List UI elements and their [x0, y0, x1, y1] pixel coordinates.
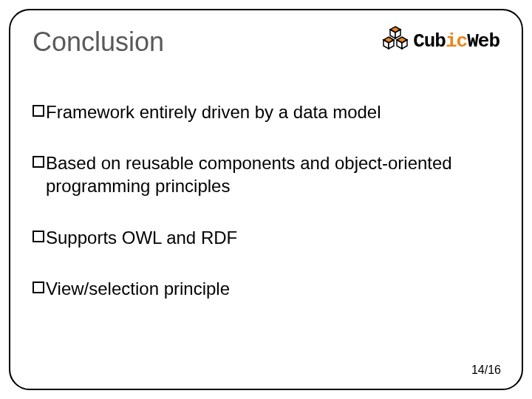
- bullet-text: Framework entirely driven by a data mode…: [46, 100, 499, 123]
- slide-frame: Conclusion: [9, 9, 523, 390]
- brand-name-part1: Cub: [413, 30, 446, 52]
- slide-header: Conclusion: [33, 24, 499, 58]
- slide-body: Framework entirely driven by a data mode…: [33, 100, 499, 300]
- square-bullet-icon: [33, 105, 44, 117]
- brand-name: CubicWeb: [413, 30, 499, 52]
- brand-name-part3: Web: [467, 30, 499, 52]
- cubes-icon: [381, 25, 410, 58]
- list-item: Supports OWL and RDF: [33, 226, 499, 249]
- list-item: Based on reusable components and object-…: [33, 151, 499, 197]
- square-bullet-icon: [33, 231, 44, 242]
- list-item: View/selection principle: [33, 277, 499, 300]
- page-number: 14/16: [471, 364, 501, 377]
- brand-logo: CubicWeb: [381, 25, 499, 58]
- list-item: Framework entirely driven by a data mode…: [33, 100, 499, 123]
- slide-title: Conclusion: [33, 27, 164, 58]
- bullet-text: View/selection principle: [46, 277, 499, 300]
- square-bullet-icon: [33, 156, 44, 168]
- bullet-text: Supports OWL and RDF: [46, 226, 499, 249]
- bullet-text: Based on reusable components and object-…: [46, 151, 499, 197]
- brand-name-part2: ic: [446, 30, 467, 52]
- square-bullet-icon: [33, 282, 44, 293]
